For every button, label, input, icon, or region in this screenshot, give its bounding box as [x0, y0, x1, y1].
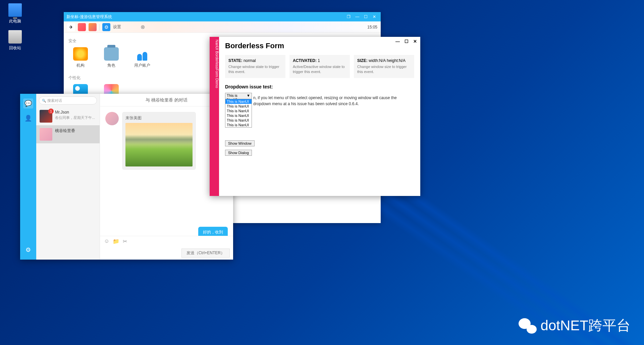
map-icon[interactable] [89, 23, 97, 31]
chat-input-toolbar: ☺ 📁 ✂ [100, 236, 233, 247]
page-title: Borderless Form [225, 42, 414, 50]
card-value: 1 [318, 58, 320, 63]
avatar [40, 128, 52, 141]
minimize-button[interactable]: — [395, 39, 400, 44]
wechat-icon [518, 318, 537, 334]
item-label: 机构 [72, 63, 89, 68]
contact-preview: 各位同事，星期天下午... [55, 115, 95, 120]
unread-badge: 1 [48, 109, 54, 114]
card-value: width:N/A height:N/A [369, 58, 406, 63]
desktop-icon-label: 回收站 [3, 45, 27, 51]
status-card-state: STATE: normal Change window state to tri… [225, 55, 285, 78]
show-window-button[interactable]: Show Window [225, 140, 255, 146]
tab-close-icon[interactable]: ⊗ [141, 24, 145, 30]
dropdown-option[interactable]: This is NanUI [225, 109, 252, 113]
card-desc: Active/Deactive window state to trigger … [293, 64, 346, 75]
close-button[interactable]: ✕ [413, 39, 417, 44]
item-role[interactable]: 角色 [103, 47, 120, 68]
dropdown-option[interactable]: This is NanUI [225, 104, 252, 109]
users-icon [135, 47, 150, 61]
close-button[interactable]: ✕ [371, 14, 378, 19]
send-button[interactable]: 发送（Ctrl+ENTER） [181, 249, 230, 258]
card-desc: Change window size to trigger this event… [357, 64, 411, 75]
gear-icon[interactable]: ⚙ [102, 23, 110, 31]
chat-tab-messages[interactable]: 💬 [23, 98, 33, 109]
avatar: 1 [40, 110, 52, 123]
restore-button[interactable]: ❐ [345, 14, 353, 19]
message-outgoing: 好的，收到 [105, 227, 228, 236]
contact-list: 搜索对话 1 Mr.Json 各位同事，星期天下午... 桃谷绘里香 [36, 94, 100, 260]
app-icon[interactable] [78, 23, 86, 31]
watermark-text: dotNET跨平台 [541, 316, 631, 335]
folder-icon[interactable]: 📁 [113, 238, 119, 245]
card-desc: Change window state to trigger this even… [228, 64, 282, 75]
dropdown-option[interactable]: This is NanUI [225, 118, 252, 123]
window-title: 新坐标-漫游信息管理系统 [66, 14, 112, 20]
status-card-size: SIZE: width:N/A height:N/A Change window… [354, 55, 414, 78]
item-user[interactable]: 用户账户 [133, 47, 151, 68]
search-placeholder: 搜索对话 [47, 98, 62, 103]
handshake-icon [73, 47, 88, 61]
dropdown-option[interactable]: This is NanUI [225, 123, 252, 127]
contact-item[interactable]: 1 Mr.Json 各位同事，星期天下午... [36, 107, 100, 125]
message-image[interactable] [125, 123, 193, 166]
borderless-form-window: NanUI BorderlessForm Demo — ☐ ✕ Borderle… [210, 37, 420, 196]
message-text: 来张美图 [125, 115, 193, 121]
show-dialog-button[interactable]: Show Dialog [225, 150, 252, 156]
emoji-icon[interactable]: ☺ [104, 238, 109, 245]
message-text: 好的，收到 [198, 227, 228, 236]
card-key: STATE: [228, 58, 243, 63]
window-titlebar[interactable]: 新坐标-漫游信息管理系统 ❐ — ☐ ✕ [64, 12, 381, 21]
avatar [105, 112, 119, 125]
maximize-button[interactable]: ☐ [405, 39, 409, 44]
window-spine-title: NanUI BorderlessForm Demo [210, 37, 219, 196]
card-key: SIZE: [357, 58, 368, 63]
desktop-icon-label: 此电脑 [3, 18, 27, 24]
maximize-button[interactable]: ☐ [362, 14, 370, 19]
desktop-icon-bin[interactable]: 回收站 [3, 30, 27, 51]
chat-title: 与 桃谷绘里香 的对话 [146, 97, 187, 103]
search-input[interactable]: 搜索对话 [39, 96, 97, 105]
dropdown-option[interactable]: This is NanUI [225, 99, 252, 104]
toolbar: ✈ ⚙ 设置 ⊗ 15:05 [64, 21, 381, 33]
card-key: ACTIVATED: [293, 58, 317, 63]
folder-group-icon [104, 47, 119, 61]
minimize-button[interactable]: — [354, 14, 361, 19]
settings-label: 设置 [113, 24, 121, 30]
rocket-icon[interactable]: ✈ [67, 23, 75, 31]
contact-name: Mr.Json [55, 110, 95, 115]
watermark: dotNET跨平台 [518, 316, 631, 335]
dropdown-option[interactable]: This is NanUI [225, 113, 252, 118]
chat-sidebar: 💬 👤 ⚙ [20, 94, 36, 260]
dropdown-menu: This is NanUI This is NanUI This is NanU… [225, 99, 252, 128]
card-value: normal [244, 58, 256, 63]
clock: 15:05 [367, 25, 377, 29]
pc-icon [8, 3, 22, 17]
item-label: 角色 [103, 63, 120, 68]
description-text: n, if you let menu of this select opened… [253, 95, 414, 107]
chat-window: 💬 👤 ⚙ 搜索对话 1 Mr.Json 各位同事，星期天下午... 桃谷绘里香 [20, 94, 233, 260]
item-org[interactable]: 机构 [72, 47, 89, 68]
status-card-activated: ACTIVATED: 1 Active/Deactive window stat… [289, 55, 350, 78]
contact-item[interactable]: 桃谷绘里香 [36, 125, 100, 143]
scissors-icon[interactable]: ✂ [123, 238, 127, 245]
section-subtitle: Dropdown issue test: [225, 84, 414, 89]
recycle-bin-icon [8, 30, 22, 44]
chat-settings-icon[interactable]: ⚙ [23, 245, 33, 255]
item-label: 用户账户 [133, 63, 151, 68]
chat-tab-contacts[interactable]: 👤 [23, 113, 33, 123]
contact-name: 桃谷绘里香 [55, 128, 75, 134]
desktop-icon-pc[interactable]: 此电脑 [3, 3, 27, 24]
